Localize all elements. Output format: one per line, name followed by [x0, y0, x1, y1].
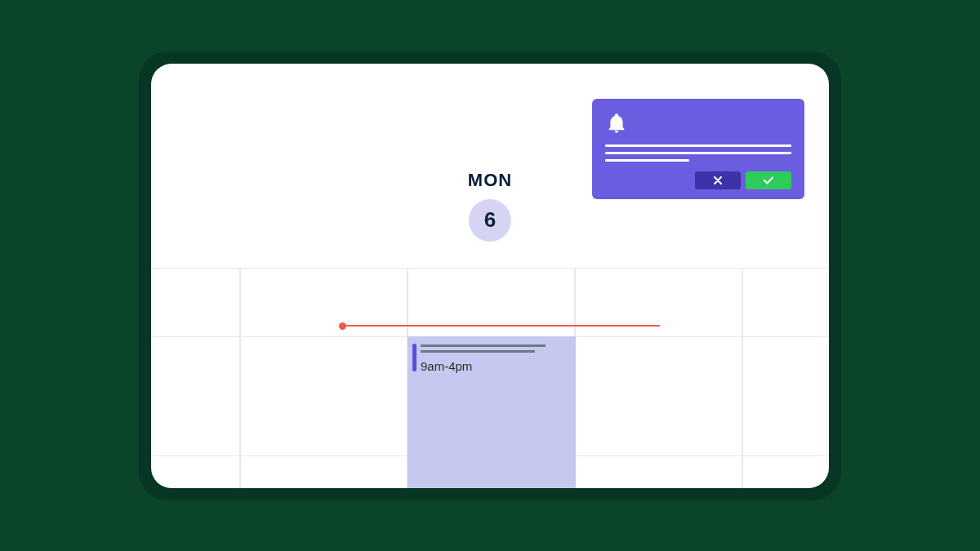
close-icon	[714, 176, 722, 184]
day-number-badge[interactable]: 6	[469, 199, 511, 242]
notification-card	[592, 99, 804, 199]
event-title-placeholder	[421, 344, 546, 347]
day-of-week-label: MON	[468, 170, 512, 191]
accept-button[interactable]	[746, 171, 791, 189]
notification-text-line	[605, 152, 791, 154]
day-number: 6	[484, 207, 496, 233]
event-time-range: 9am-4pm	[421, 359, 568, 373]
notification-text-line	[605, 144, 791, 147]
calendar-screen: MON 6 9am-4pm	[151, 64, 829, 488]
notification-actions	[605, 171, 791, 189]
current-time-indicator	[341, 325, 660, 327]
day-header: MON 6	[468, 170, 512, 242]
tablet-frame: MON 6 9am-4pm	[139, 51, 841, 500]
dismiss-button[interactable]	[695, 171, 741, 189]
bell-icon	[605, 112, 791, 138]
current-time-dot	[339, 322, 346, 330]
event-subtitle-placeholder	[421, 350, 535, 353]
check-icon	[764, 176, 773, 184]
event-accent-bar	[412, 344, 416, 371]
calendar-event[interactable]: 9am-4pm	[408, 336, 576, 488]
notification-text-line	[605, 159, 689, 162]
